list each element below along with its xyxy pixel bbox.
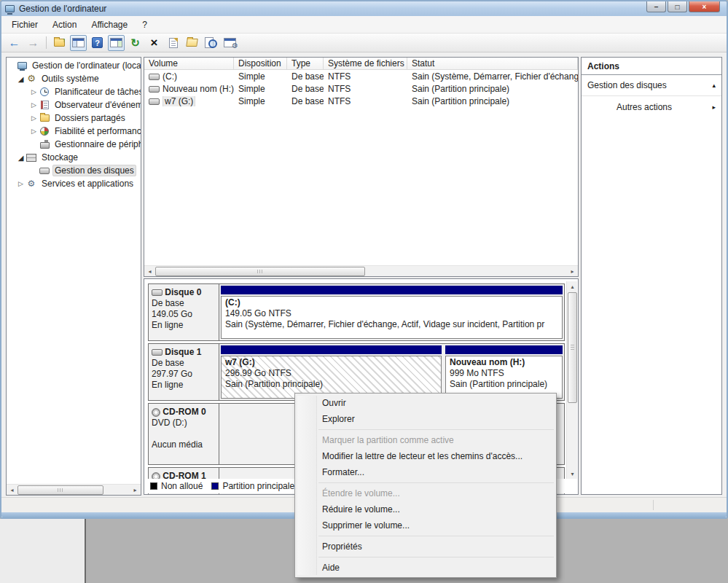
- scroll-up-icon[interactable]: ▴: [567, 281, 578, 292]
- scroll-right-icon[interactable]: ▸: [130, 485, 141, 496]
- toolbar: ← → ↑ ? ↻ × ⚙: [1, 34, 727, 52]
- manage-button[interactable]: ⚙: [222, 35, 238, 51]
- app-icon: [5, 5, 15, 12]
- context-menu-item-reduire[interactable]: Réduire le volume...: [295, 501, 556, 517]
- tree-item-planificateur[interactable]: ▷ Planificateur de tâches: [7, 85, 141, 98]
- column-header-type[interactable]: Type: [287, 58, 324, 69]
- storage-icon: [26, 154, 37, 162]
- title-bar[interactable]: Gestion de l'ordinateur: [1, 1, 727, 16]
- volume-horizontal-scrollbar[interactable]: ◂ ▸: [144, 265, 578, 276]
- scroll-right-icon[interactable]: ▸: [567, 266, 578, 277]
- expander-collapsed-icon[interactable]: ▷: [16, 180, 26, 187]
- tree-item-outils-systeme[interactable]: ◢ ⚙ Outils système: [7, 72, 141, 85]
- help-icon: ?: [92, 37, 103, 48]
- scrollbar-thumb[interactable]: [568, 292, 577, 403]
- scrollbar-thumb[interactable]: [17, 485, 103, 495]
- menu-affichage[interactable]: Affichage: [84, 17, 135, 32]
- disk-icon: [152, 349, 163, 356]
- tree-item-gestionnaire-peripheriques[interactable]: Gestionnaire de périphé: [7, 138, 141, 151]
- volume-row-h[interactable]: Nouveau nom (H:) Simple De base NTFS Sai…: [144, 82, 578, 95]
- drive-icon: [149, 98, 160, 105]
- tree-item-dossiers-partages[interactable]: ▷ Dossiers partagés: [7, 111, 141, 125]
- expander-collapsed-icon[interactable]: ▷: [29, 128, 39, 135]
- context-menu-item-ouvrir[interactable]: Ouvrir: [295, 395, 556, 411]
- find-button[interactable]: [203, 35, 219, 51]
- screen: Gestion de l'ordinateur – □ × Fichier Ac…: [0, 0, 728, 583]
- console-tree-pane: Gestion de l'ordinateur (local) ◢ ⚙ Outi…: [6, 57, 141, 496]
- performance-icon: [39, 127, 50, 136]
- back-button[interactable]: ←: [6, 35, 23, 51]
- scrollbar-thumb[interactable]: [155, 267, 365, 276]
- find-icon: [205, 37, 217, 48]
- context-menu-item-formater[interactable]: Formater...: [295, 464, 556, 480]
- expander-expanded-icon[interactable]: ◢: [16, 75, 26, 83]
- expander-collapsed-icon[interactable]: ▷: [29, 114, 39, 122]
- tree-item-root[interactable]: Gestion de l'ordinateur (local): [7, 59, 141, 72]
- disk-row-disque0: Disque 0 De base 149.05 Go En ligne (C:)…: [148, 283, 565, 341]
- console-tree-icon: [72, 38, 85, 47]
- expander-collapsed-icon[interactable]: ▷: [29, 101, 39, 109]
- menu-fichier[interactable]: Fichier: [4, 17, 45, 32]
- expander-expanded-icon[interactable]: ◢: [16, 154, 26, 162]
- services-icon: ⚙: [26, 179, 37, 188]
- partition-color-strip: [445, 345, 563, 354]
- context-menu-item-proprietes[interactable]: Propriétés: [295, 539, 556, 555]
- manage-window-icon: ⚙: [224, 38, 236, 47]
- context-menu-separator: [318, 429, 554, 430]
- context-menu-item-marquer-active: Marquer la partition comme active: [295, 432, 556, 448]
- collapse-icon[interactable]: ▴: [712, 82, 716, 89]
- actions-group-gestion-des-disques[interactable]: Gestion des disques ▴: [582, 75, 721, 96]
- context-menu-item-explorer[interactable]: Explorer: [295, 411, 556, 427]
- column-header-volume[interactable]: Volume: [144, 58, 234, 69]
- partition-h[interactable]: Nouveau nom (H:) 999 Mo NTFS Sain (Parti…: [445, 345, 563, 399]
- cd-drive-icon: [152, 408, 160, 417]
- expander-collapsed-icon[interactable]: ▷: [29, 88, 39, 95]
- context-menu-separator: [318, 557, 554, 557]
- show-action-pane-button[interactable]: [108, 35, 125, 51]
- column-header-disposition[interactable]: Disposition: [234, 58, 287, 69]
- delete-button[interactable]: ×: [146, 35, 163, 51]
- partition-g-selected[interactable]: w7 (G:) 296.99 Go NTFS Sain (Partition p…: [221, 345, 442, 399]
- scroll-down-icon[interactable]: ▾: [567, 469, 578, 479]
- legend-primary-partition-label: Partition principale: [222, 481, 294, 491]
- menu-action[interactable]: Action: [45, 17, 84, 32]
- column-header-statut[interactable]: Statut: [407, 58, 578, 69]
- forward-button[interactable]: →: [25, 35, 42, 51]
- context-menu-item-supprimer[interactable]: Supprimer le volume...: [295, 517, 556, 533]
- partition-c[interactable]: (C:) 149.05 Go NTFS Sain (Système, Démar…: [221, 286, 563, 339]
- show-console-tree-button[interactable]: [70, 35, 87, 51]
- open-button[interactable]: [184, 35, 200, 51]
- submenu-arrow-icon: ▸: [712, 103, 716, 111]
- properties-button[interactable]: [165, 35, 181, 51]
- column-header-fs[interactable]: Système de fichiers: [324, 58, 407, 69]
- context-menu-item-aide[interactable]: Aide: [295, 560, 556, 576]
- context-menu-separator: [318, 536, 554, 536]
- tree-item-gestion-des-disques[interactable]: Gestion des disques: [7, 164, 141, 177]
- properties-icon: [169, 38, 178, 48]
- actions-pane: Actions Gestion des disques ▴ Autres act…: [581, 57, 722, 495]
- minimize-button[interactable]: –: [646, 1, 666, 12]
- legend-primary-partition-swatch: [211, 482, 219, 490]
- drive-icon: [149, 86, 160, 93]
- volume-row-g[interactable]: w7 (G:) Simple De base NTFS Sain (Partit…: [144, 95, 578, 107]
- scroll-left-icon[interactable]: ◂: [144, 266, 155, 277]
- legend-unallocated-swatch: [150, 482, 157, 490]
- volume-row-c[interactable]: (C:) Simple De base NTFS Sain (Système, …: [144, 70, 578, 82]
- disk-vertical-scrollbar[interactable]: ▴ ▾: [566, 281, 577, 479]
- help-button[interactable]: ?: [89, 35, 106, 51]
- tree-item-stockage[interactable]: ◢ Stockage: [7, 151, 141, 164]
- tree-horizontal-scrollbar[interactable]: ◂ ▸: [7, 484, 141, 495]
- action-pane-icon: [110, 38, 122, 47]
- actions-item-autres-actions[interactable]: Autres actions ▸: [582, 96, 721, 118]
- export-list-button[interactable]: ↑: [51, 35, 68, 51]
- scroll-left-icon[interactable]: ◂: [7, 485, 17, 496]
- actions-title: Actions: [582, 58, 721, 75]
- menu-aide[interactable]: ?: [135, 17, 154, 32]
- close-button[interactable]: ×: [689, 1, 720, 12]
- maximize-button[interactable]: □: [668, 1, 687, 12]
- tree-item-observateur[interactable]: ▷ Observateur d'événeme: [7, 98, 141, 111]
- tree-item-fiabilite[interactable]: ▷ Fiabilité et performance: [7, 125, 141, 138]
- context-menu-item-modifier-lettre[interactable]: Modifier la lettre de lecteur et les che…: [295, 448, 556, 464]
- tree-item-services-applications[interactable]: ▷ ⚙ Services et applications: [7, 177, 141, 190]
- refresh-button[interactable]: ↻: [127, 35, 144, 51]
